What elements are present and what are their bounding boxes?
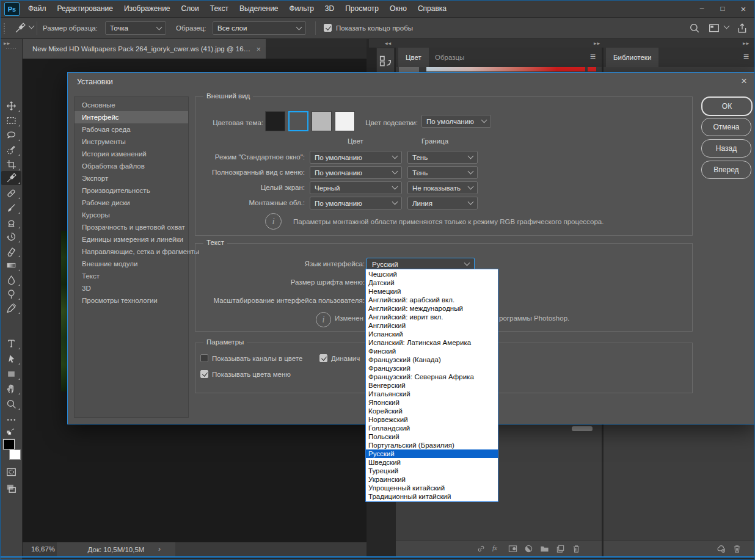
search-icon[interactable]	[689, 23, 700, 34]
sample-select[interactable]: Все слои	[213, 21, 306, 35]
language-option[interactable]: Английский	[366, 321, 498, 330]
menubar-item[interactable]: Выделение	[239, 4, 279, 13]
language-option[interactable]: Голландский	[366, 424, 498, 432]
blur-tool[interactable]	[1, 273, 21, 287]
share-icon[interactable]	[737, 23, 748, 34]
minimize-button[interactable]: –	[691, 0, 712, 17]
zoom-tool[interactable]	[1, 397, 21, 411]
language-option[interactable]: Французский (Канада)	[366, 355, 498, 364]
folder-icon[interactable]	[540, 544, 549, 553]
language-option[interactable]: Французский	[366, 364, 498, 373]
workspace-icon[interactable]	[709, 23, 720, 34]
language-option[interactable]: Русский	[366, 449, 498, 458]
sample-size-select[interactable]: Точка	[105, 21, 166, 35]
eraser-tool[interactable]	[1, 244, 21, 258]
ok-button[interactable]: ОК	[701, 96, 753, 116]
foreground-background-swatches[interactable]	[3, 439, 20, 460]
document-size-indicator[interactable]: Док: 10,5М/10,5М	[57, 542, 175, 556]
trash-icon[interactable]	[572, 544, 581, 553]
language-option[interactable]: Итальянский	[366, 390, 498, 398]
tab-libraries[interactable]: Библиотеки	[606, 48, 658, 67]
zoom-level[interactable]: 16,67%	[31, 545, 55, 553]
screen-mode-icon[interactable]	[5, 483, 18, 494]
collapse-left-icon[interactable]: ◀◀	[385, 41, 392, 45]
color-select[interactable]: По умолчанию	[310, 166, 402, 179]
language-option[interactable]: Английский: международный	[366, 304, 498, 313]
ellipsis-tool[interactable]	[1, 413, 21, 427]
menubar-item[interactable]: Текст	[210, 4, 228, 13]
prefs-section-item[interactable]: Производительность	[75, 184, 188, 197]
show-sampling-ring-checkbox[interactable]	[324, 24, 332, 32]
prefs-section-item[interactable]: Прозрачность и цветовой охват	[75, 221, 188, 233]
language-option[interactable]: Традиционный китайский	[366, 492, 498, 501]
tab-close-icon[interactable]: ×	[256, 45, 261, 54]
spot-healing-tool[interactable]	[1, 186, 21, 200]
history-brush-tool[interactable]	[1, 230, 21, 244]
language-option[interactable]: Упрощенный китайский	[366, 484, 498, 492]
color-theme-swatch[interactable]	[288, 111, 308, 131]
menubar-item[interactable]: Файл	[28, 4, 46, 13]
prefs-section-item[interactable]: Курсоры	[75, 209, 188, 221]
checkbox[interactable]	[200, 370, 208, 378]
fx-icon[interactable]: fx	[492, 544, 502, 553]
prefs-section-item[interactable]: Просмотры технологии	[75, 294, 188, 307]
menubar-item[interactable]: Справка	[418, 4, 447, 13]
language-option[interactable]: Финский	[366, 347, 498, 355]
language-option[interactable]: Украинский	[366, 475, 498, 484]
rectangular-marquee-tool[interactable]	[1, 114, 21, 128]
adjustment-icon[interactable]	[524, 544, 533, 553]
scrollbar-thumb[interactable]	[572, 426, 593, 431]
gradient-tool[interactable]	[1, 258, 21, 272]
layer-mask-icon[interactable]	[508, 544, 517, 553]
tab-swatches[interactable]: Образцы	[428, 48, 472, 67]
cancel-button[interactable]: Отмена	[701, 118, 751, 136]
language-option[interactable]: Датский	[366, 278, 498, 287]
close-button[interactable]: ×	[733, 0, 754, 17]
new-layer-icon[interactable]	[556, 544, 565, 553]
maximize-button[interactable]: □	[712, 0, 733, 17]
menubar-item[interactable]: Изображение	[124, 4, 170, 13]
menubar-item[interactable]: Слои	[181, 4, 199, 13]
cloud-sync-off-icon[interactable]	[717, 544, 726, 553]
toolbar-grip[interactable]	[5, 48, 16, 50]
move-tool[interactable]	[1, 99, 21, 113]
eyedropper-tool[interactable]	[1, 171, 21, 185]
menubar-item[interactable]: Редактирование	[57, 4, 113, 13]
prefs-section-item[interactable]: Инструменты	[75, 136, 188, 148]
clone-stamp-tool[interactable]	[1, 216, 21, 230]
border-select[interactable]: Тень	[407, 151, 478, 164]
prefs-section-item[interactable]: Рабочие диски	[75, 197, 188, 209]
language-option[interactable]: Турецкий	[366, 467, 498, 475]
chevron-down-icon[interactable]	[724, 23, 730, 29]
trash-icon[interactable]	[732, 544, 742, 553]
dialog-close-icon[interactable]: ×	[741, 75, 747, 87]
prefs-section-item[interactable]: Текст	[75, 270, 188, 282]
color-select[interactable]: Черный	[310, 181, 402, 194]
menubar-item[interactable]: Просмотр	[345, 4, 379, 13]
pen-tool[interactable]	[1, 301, 21, 315]
language-option[interactable]: Английский: арабский вкл.	[366, 296, 498, 304]
prefs-section-item[interactable]: Направляющие, сетка и фрагменты	[75, 245, 188, 258]
prefs-section-item[interactable]: Основные	[75, 99, 188, 111]
highlight-color-select[interactable]: По умолчанию	[421, 115, 491, 128]
prefs-section-item[interactable]: Внешние модули	[75, 258, 188, 270]
background-color-swatch[interactable]	[9, 449, 21, 460]
crop-tool[interactable]	[1, 158, 21, 172]
document-tab[interactable]: New Mixed HD Wallpapers Pack 264_igoryk_…	[23, 39, 266, 59]
language-option[interactable]: Японский	[366, 398, 498, 407]
color-theme-swatch[interactable]	[312, 111, 332, 131]
prefs-section-item[interactable]: История изменений	[75, 148, 188, 160]
language-option[interactable]: Португальский (Бразилия)	[366, 441, 498, 449]
foreground-color-swatch[interactable]	[3, 439, 15, 449]
menubar-item[interactable]: 3D	[325, 4, 334, 13]
rectangle-tool[interactable]	[1, 367, 21, 381]
menubar-item[interactable]: Окно	[390, 4, 407, 13]
toolbar-collapse-icon[interactable]: ▶▶	[4, 41, 10, 45]
swap-colors-icon[interactable]	[4, 427, 17, 436]
checkbox[interactable]	[319, 354, 327, 362]
language-option[interactable]: Норвежский	[366, 415, 498, 424]
language-option[interactable]: Испанский	[366, 330, 498, 338]
status-chevron-icon[interactable]: ›	[158, 545, 161, 553]
next-button[interactable]: Вперед	[701, 161, 751, 179]
prev-button[interactable]: Назад	[701, 139, 751, 158]
